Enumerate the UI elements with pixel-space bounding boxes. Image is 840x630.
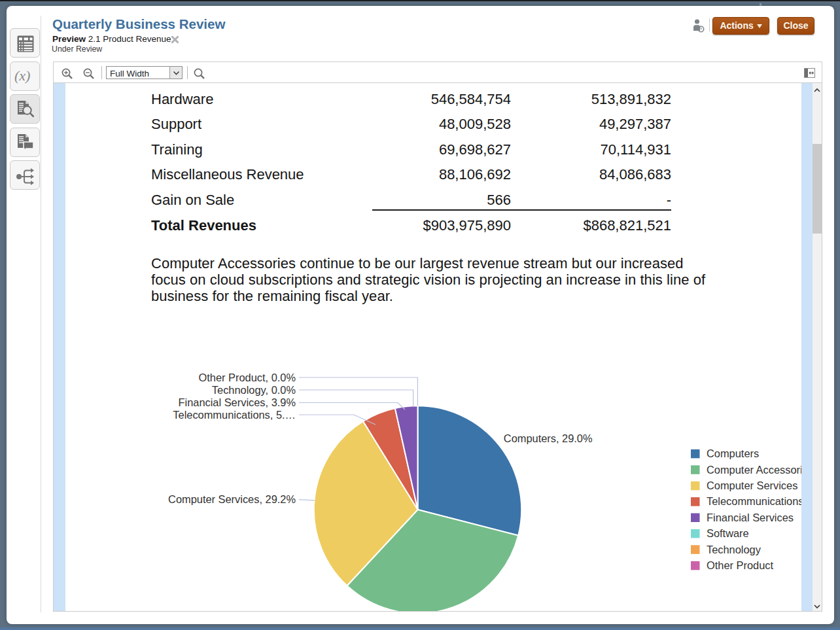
- svg-text:Computer Accessories: Computer Accessories: [707, 464, 801, 476]
- svg-text:Telecommunications, 5.…: Telecommunications, 5.…: [173, 409, 296, 421]
- svg-text:Technology, 0.0%: Technology, 0.0%: [212, 384, 296, 396]
- svg-text:Other Product: Other Product: [707, 559, 773, 571]
- svg-text:Computers, 29.0%: Computers, 29.0%: [504, 432, 593, 444]
- svg-text:Telecommunications: Telecommunications: [707, 495, 801, 507]
- svg-text:Computer Services: Computer Services: [707, 480, 797, 491]
- svg-text:Financial Services: Financial Services: [707, 512, 794, 523]
- svg-text:Financial Services, 3.9%: Financial Services, 3.9%: [179, 396, 296, 408]
- svg-text:Software: Software: [707, 527, 749, 539]
- svg-text:Technology: Technology: [707, 544, 761, 555]
- svg-text:Other Product, 0.0%: Other Product, 0.0%: [198, 372, 296, 383]
- svg-text:Computer Services, 29.2%: Computer Services, 29.2%: [168, 493, 296, 505]
- svg-text:Computers: Computers: [707, 447, 759, 459]
